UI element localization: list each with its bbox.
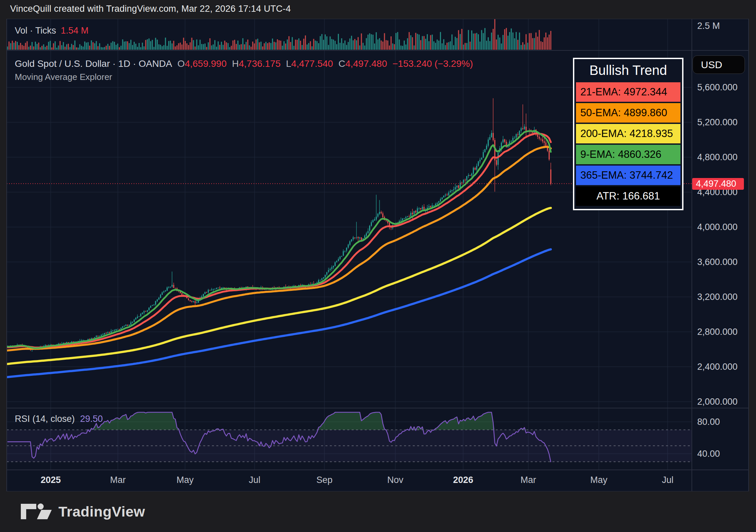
rsi-axis-label: 40.00 [697,449,720,459]
time-axis-label: 2025 [41,475,61,485]
rsi-axis-label: 80.00 [697,417,720,427]
currency-button[interactable]: USD [693,55,745,74]
tradingview-logo-text: TradingView [58,503,145,520]
price-chart-canvas[interactable] [0,0,756,532]
time-axis-label: Jul [249,475,261,485]
tradingview-snapshot: VinceQuill created with TradingView.com,… [0,0,756,532]
tradingview-logo-icon [20,502,52,521]
price-axis-label: 2,000.000 [697,397,738,407]
time-axis-label: Sep [316,475,332,485]
price-axis-label: 5,600.000 [697,82,738,93]
time-axis-label: 2026 [453,475,473,485]
price-axis-label: 3,200.000 [697,292,738,302]
price-axis-label: 4,000.000 [697,222,738,232]
time-axis-label: Jul [662,475,674,485]
price-axis-label: 2,400.000 [697,362,738,372]
time-axis-label: May [176,475,193,485]
price-axis-label: 3,600.000 [697,257,738,267]
time-axis-label: May [590,475,607,485]
price-axis-label: 2,800.000 [697,327,738,337]
price-axis-label: 5,200.000 [697,117,738,128]
top-strip [0,0,756,19]
time-axis-label: Mar [110,475,126,485]
tradingview-logo[interactable]: TradingView [20,502,145,521]
time-axis-label: Mar [521,475,536,485]
price-axis-label: 4,800.000 [697,152,738,163]
time-axis-label: Nov [387,475,403,485]
price-axis-label: 4,400.000 [697,187,738,197]
